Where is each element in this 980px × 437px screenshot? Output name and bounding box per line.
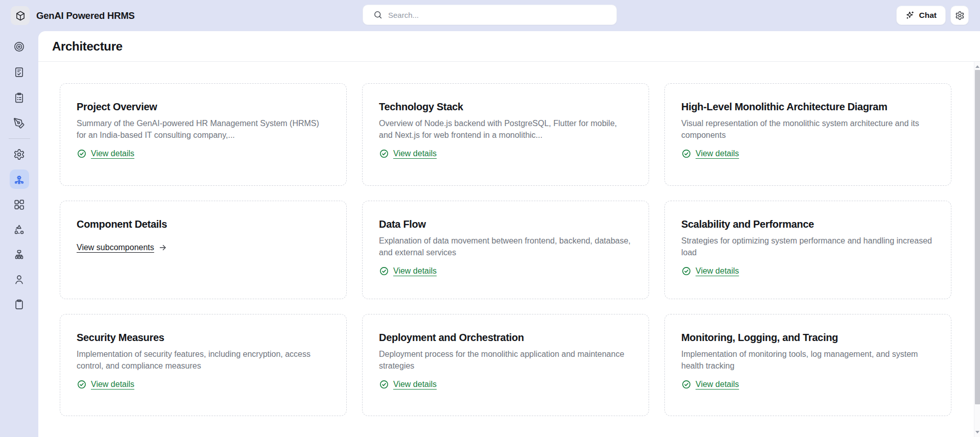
view-details-link[interactable]: View details — [77, 379, 134, 390]
card: Scalability and Performance Strategies f… — [664, 201, 951, 299]
sparkles-icon — [905, 11, 915, 20]
card: High-Level Monolithic Architecture Diagr… — [664, 83, 951, 186]
card: Project Overview Summary of the GenAI-po… — [60, 83, 347, 186]
scrollbar-thumb[interactable] — [975, 70, 980, 404]
card-description: Overview of Node.js backend with Postgre… — [379, 118, 632, 141]
shapes-icon — [13, 224, 25, 235]
circle-check-icon — [77, 379, 87, 390]
card-description: Summary of the GenAI-powered HR Manageme… — [77, 118, 330, 141]
view-details-label: View details — [393, 149, 437, 158]
circle-check-icon — [681, 379, 691, 390]
view-details-link[interactable]: View details — [681, 149, 739, 159]
card-title: Deployment and Orchestration — [379, 331, 632, 344]
view-details-link[interactable]: View details — [681, 379, 739, 390]
app-title: GenAI Powered HRMS — [36, 0, 135, 31]
gear-icon — [955, 11, 965, 20]
pen-tool-icon — [13, 117, 25, 129]
view-details-label: View details — [696, 149, 739, 158]
settings-icon — [13, 149, 25, 160]
sidebar-item-target[interactable] — [10, 37, 29, 56]
card: Technology Stack Overview of Node.js bac… — [362, 83, 649, 186]
clipboard-list-icon — [13, 92, 25, 104]
card: Security Measures Implementation of secu… — [60, 314, 347, 416]
user-icon — [13, 274, 25, 285]
card-title: High-Level Monolithic Architecture Diagr… — [681, 100, 935, 113]
scrollbar[interactable] — [974, 62, 980, 437]
scroll-up-arrow-icon[interactable] — [975, 65, 979, 68]
card-title: Security Measures — [77, 331, 330, 344]
header-actions: Chat — [896, 6, 969, 25]
card: Deployment and Orchestration Deployment … — [362, 314, 649, 416]
circle-check-icon — [379, 379, 389, 390]
sidebar-item-shapes[interactable] — [10, 220, 29, 239]
card-title: Data Flow — [379, 217, 632, 231]
blocks-icon — [13, 199, 25, 210]
circle-check-icon — [379, 149, 389, 159]
view-details-label: View details — [393, 266, 437, 276]
card: Data Flow Explanation of data movement b… — [362, 201, 649, 299]
sidebar — [0, 31, 38, 437]
view-details-label: View details — [393, 380, 437, 389]
sidebar-item-file-check[interactable] — [10, 62, 29, 82]
card-description: Implementation of security features, inc… — [77, 349, 330, 372]
settings-button[interactable] — [950, 6, 969, 25]
sidebar-item-blocks[interactable] — [10, 195, 29, 214]
circle-check-icon — [77, 149, 87, 159]
circle-check-icon — [681, 149, 691, 159]
scroll-down-arrow-icon[interactable] — [975, 431, 979, 433]
card-title: Component Details — [77, 217, 330, 231]
card-description: Explanation of data movement between fro… — [379, 235, 632, 258]
chat-button-label: Chat — [919, 11, 937, 20]
chat-button[interactable]: Chat — [896, 6, 946, 25]
card-description: Visual representation of the monolithic … — [681, 118, 935, 141]
top-header: GenAI Powered HRMS Chat — [0, 0, 980, 31]
arrow-right-icon — [158, 243, 168, 252]
search-input[interactable] — [388, 11, 609, 19]
package-cube-icon — [15, 10, 26, 21]
sidebar-item-settings[interactable] — [10, 144, 29, 164]
sidebar-item-pen-tool[interactable] — [10, 113, 29, 133]
sidebar-item-clipboard-list[interactable] — [10, 88, 29, 107]
view-details-label: View details — [91, 380, 134, 389]
card-description: Deployment process for the monolithic ap… — [379, 349, 632, 372]
circle-check-icon — [681, 266, 691, 276]
circle-check-icon — [379, 266, 389, 276]
architecture-icon — [13, 174, 25, 185]
card-description: Strategies for optimizing system perform… — [681, 235, 935, 258]
card-title: Scalability and Performance — [681, 217, 935, 231]
view-details-label: View details — [91, 149, 134, 158]
org-chart-icon — [13, 249, 25, 260]
page-title-row: Architecture — [38, 31, 980, 62]
main-panel: Architecture Project Overview Summary of… — [38, 31, 980, 437]
sidebar-divider — [9, 138, 30, 139]
search-bar[interactable] — [363, 5, 617, 25]
cards-grid: Project Overview Summary of the GenAI-po… — [38, 62, 980, 416]
view-details-link[interactable]: View details — [379, 266, 437, 276]
sidebar-item-user[interactable] — [10, 270, 29, 289]
view-details-link[interactable]: View details — [379, 379, 437, 390]
search-icon — [373, 10, 383, 19]
card-title: Monitoring, Logging, and Tracing — [681, 331, 935, 344]
sidebar-item-org-chart[interactable] — [10, 245, 29, 264]
card-title: Project Overview — [77, 100, 330, 113]
view-subcomponents-link[interactable]: View subcomponents — [77, 243, 168, 252]
app-logo[interactable] — [11, 6, 30, 25]
view-details-label: View details — [696, 380, 739, 389]
target-icon — [13, 41, 25, 53]
view-subcomponents-label: View subcomponents — [77, 243, 154, 252]
card: Component Details View subcomponents — [60, 201, 347, 299]
view-details-link[interactable]: View details — [379, 149, 437, 159]
page-title: Architecture — [52, 39, 123, 54]
card-title: Technology Stack — [379, 100, 632, 113]
card: Monitoring, Logging, and Tracing Impleme… — [664, 314, 951, 416]
sidebar-item-clipboard[interactable] — [10, 295, 29, 314]
clipboard-icon — [13, 299, 25, 310]
view-details-link[interactable]: View details — [77, 149, 134, 159]
sidebar-item-architecture[interactable] — [10, 169, 29, 189]
file-check-icon — [13, 66, 25, 78]
card-description: Implementation of monitoring tools, log … — [681, 349, 935, 372]
view-details-label: View details — [696, 266, 739, 276]
view-details-link[interactable]: View details — [681, 266, 739, 276]
